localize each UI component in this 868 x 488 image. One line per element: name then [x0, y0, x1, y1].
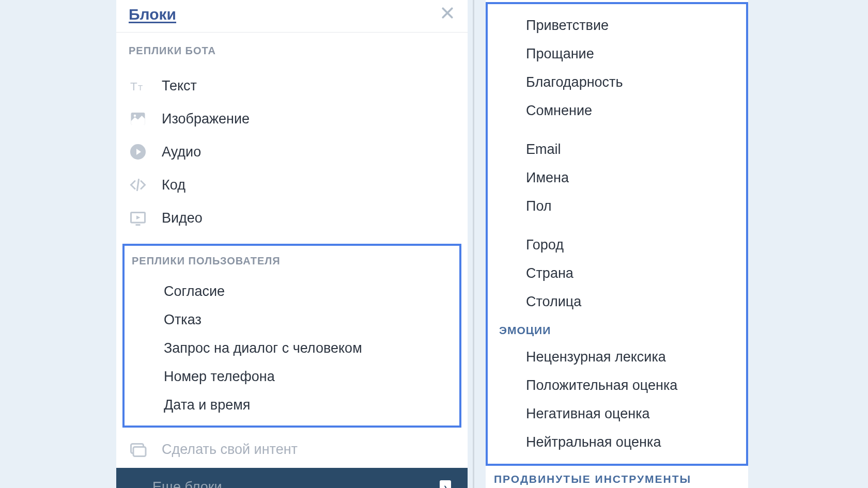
intents-highlighted: Приветствие Прощание Благодарность Сомне… [486, 2, 748, 466]
intent-farewell[interactable]: Прощание [496, 40, 738, 68]
audio-icon [129, 143, 147, 161]
intent-gratitude[interactable]: Благодарность [496, 68, 738, 97]
intent-names[interactable]: Имена [496, 164, 738, 192]
svg-text:T: T [130, 80, 137, 93]
panel-title: Блоки [129, 6, 176, 23]
block-item-video[interactable]: Видео [129, 201, 455, 234]
intent-greeting[interactable]: Приветствие [496, 11, 738, 40]
intent-neutral[interactable]: Нейтральная оценка [496, 428, 738, 456]
custom-intent-button[interactable]: Сделать свой интент [116, 431, 468, 468]
svg-rect-8 [133, 447, 146, 456]
block-label: Видео [162, 210, 203, 226]
intent-email[interactable]: Email [496, 135, 738, 164]
panel-header: Блоки [116, 0, 468, 33]
blocks-panel: Блоки РЕПЛИКИ БОТА TT Текст Изображение … [116, 0, 468, 488]
emotions-header: ЭМОЦИИ [496, 316, 738, 343]
advanced-tools-header: ПРОДВИНУТЫЕ ИНСТРУМЕНТЫ [486, 466, 748, 485]
block-label: Текст [162, 78, 197, 94]
section-header-user: РЕПЛИКИ ПОЛЬЗОВАТЕЛЯ [132, 255, 452, 267]
panel-divider [473, 0, 474, 488]
user-reply-human-dialog[interactable]: Запрос на диалог с человеком [132, 334, 452, 363]
chevron-right-icon: › [440, 480, 451, 489]
code-icon [129, 176, 147, 194]
block-label: Код [162, 177, 185, 193]
text-icon: TT [129, 76, 147, 95]
block-item-code[interactable]: Код [129, 168, 455, 201]
intent-country[interactable]: Страна [496, 259, 738, 288]
user-replies-section: РЕПЛИКИ ПОЛЬЗОВАТЕЛЯ Согласие Отказ Запр… [122, 244, 461, 428]
intent-positive[interactable]: Положительная оценка [496, 371, 738, 400]
block-item-text[interactable]: TT Текст [129, 69, 455, 102]
intent-gender[interactable]: Пол [496, 192, 738, 221]
section-header-bot: РЕПЛИКИ БОТА [129, 45, 455, 57]
block-label: Изображение [162, 111, 250, 127]
intent-profanity[interactable]: Нецензурная лексика [496, 343, 738, 371]
intent-city[interactable]: Город [496, 231, 738, 259]
custom-intent-icon [129, 440, 147, 459]
block-label: Аудио [162, 144, 201, 160]
intent-negative[interactable]: Негативная оценка [496, 400, 738, 428]
user-reply-agree[interactable]: Согласие [132, 277, 452, 306]
intent-doubt[interactable]: Сомнение [496, 97, 738, 125]
intents-panel: Приветствие Прощание Благодарность Сомне… [486, 0, 748, 488]
video-icon [129, 209, 147, 227]
svg-point-3 [134, 115, 136, 117]
block-item-audio[interactable]: Аудио [129, 135, 455, 168]
image-icon [129, 109, 147, 128]
block-item-image[interactable]: Изображение [129, 102, 455, 135]
user-reply-decline[interactable]: Отказ [132, 306, 452, 334]
more-blocks-label: Еще блоки [133, 479, 222, 488]
bot-replies-section: РЕПЛИКИ БОТА TT Текст Изображение Аудио … [116, 33, 468, 241]
custom-intent-label: Сделать свой интент [162, 442, 298, 458]
intent-capital[interactable]: Столица [496, 288, 738, 316]
more-blocks-button[interactable]: Еще блоки › [116, 468, 468, 488]
user-reply-datetime[interactable]: Дата и время [132, 391, 452, 419]
user-reply-phone[interactable]: Номер телефона [132, 363, 452, 391]
close-icon[interactable] [440, 5, 455, 24]
svg-text:T: T [138, 83, 143, 92]
